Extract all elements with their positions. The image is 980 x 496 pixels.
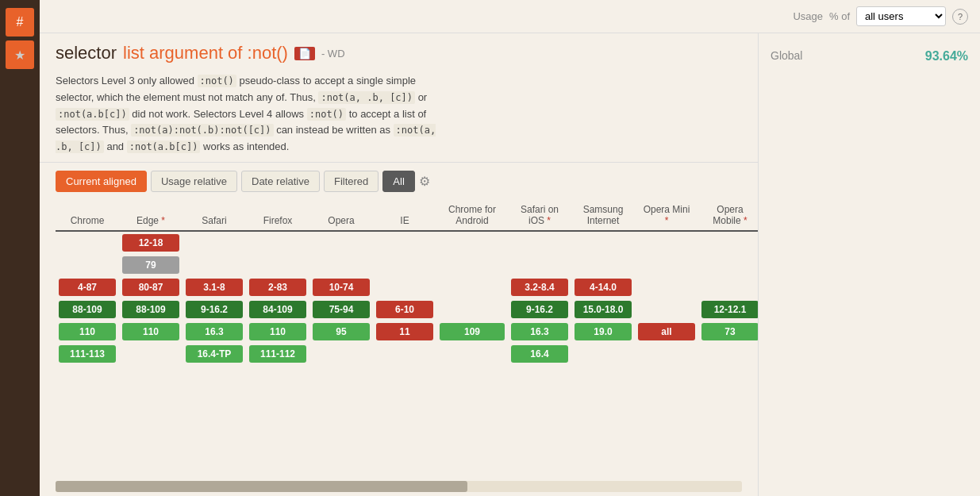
cell-safari [183, 254, 246, 276]
table-row: 79 [56, 254, 758, 276]
cell-firefox [246, 231, 309, 254]
cell-chrome [56, 254, 119, 276]
cell-safari_ios: 16.4 [508, 343, 571, 365]
th-opera-mini: Opera Mini * [635, 200, 698, 231]
cell-samsung: 19.0 [571, 321, 635, 343]
help-button[interactable]: ? [952, 9, 968, 25]
cell-safari: 3.1-8 [183, 276, 246, 298]
cell-opera: 75-94 [309, 298, 373, 321]
cell-ie [373, 254, 436, 276]
th-opera: Opera [309, 200, 373, 231]
table-row: 4-8780-873.1-82-8310-743.2-8.44-14.0 [56, 276, 758, 298]
cell-opera_mini [635, 254, 698, 276]
title-prefix: selector [56, 43, 117, 63]
percent-of-label: % of [829, 10, 850, 22]
main-content: Usage % of all users tracked users ? sel… [40, 0, 980, 496]
table-row: 11011016.3110951110916.319.0all7313.4109… [56, 321, 758, 343]
scrollbar-thumb[interactable] [56, 481, 467, 492]
cell-samsung [571, 343, 635, 365]
cell-firefox [246, 254, 309, 276]
sidebar-star-icon[interactable]: ★ [6, 40, 34, 69]
tab-all[interactable]: All [382, 171, 414, 192]
cell-chrome_android [436, 343, 508, 365]
compat-table-wrapper: Chrome Edge * Safari Firefox Opera IE Ch… [40, 200, 758, 477]
cell-opera [309, 254, 373, 276]
cell-safari_ios [508, 231, 571, 254]
cell-chrome: 4-87 [56, 276, 119, 298]
cell-samsung: 4-14.0 [571, 276, 635, 298]
cell-chrome: 110 [56, 321, 119, 343]
usage-section: Usage % of all users tracked users ? [793, 6, 968, 26]
cell-opera_mini [635, 276, 698, 298]
cell-opera [309, 343, 373, 365]
cell-samsung [571, 254, 635, 276]
th-chrome-android: Chrome for Android [436, 200, 508, 231]
cell-chrome: 88-109 [56, 298, 119, 321]
cell-edge: 88-109 [119, 298, 183, 321]
cell-edge [119, 343, 183, 365]
filter-tabs: Current aligned Usage relative Date rela… [40, 162, 758, 200]
cell-samsung [571, 231, 635, 254]
cell-safari: 16.3 [183, 321, 246, 343]
cell-opera_mini [635, 298, 698, 321]
th-firefox: Firefox [246, 200, 309, 231]
th-edge: Edge * [119, 200, 183, 231]
cell-safari_ios: 3.2-8.4 [508, 276, 571, 298]
global-usage-row: Global 93.64% [771, 45, 968, 67]
tab-current-aligned[interactable]: Current aligned [56, 171, 147, 192]
cell-firefox: 111-112 [246, 343, 309, 365]
table-row: 12-18 [56, 231, 758, 254]
horizontal-scrollbar[interactable] [56, 481, 742, 492]
sidebar: # ★ [0, 0, 40, 496]
global-value: 93.64% [925, 49, 968, 63]
compat-table: Chrome Edge * Safari Firefox Opera IE Ch… [56, 200, 758, 365]
cell-opera_mobile [698, 254, 758, 276]
cell-samsung: 15.0-18.0 [571, 298, 635, 321]
sidebar-hash-icon[interactable]: # [6, 8, 34, 37]
cell-opera_mobile: 12-12.1 [698, 298, 758, 321]
table-row: 111-11316.4-TP111-11216.4 [56, 343, 758, 365]
feature-title: selector list argument of :not() 📄 - WD [56, 43, 742, 63]
tab-usage-relative[interactable]: Usage relative [151, 171, 237, 192]
stats-panel: Global 93.64% [758, 33, 980, 496]
cell-firefox: 2-83 [246, 276, 309, 298]
cell-opera: 10-74 [309, 276, 373, 298]
settings-button[interactable]: ⚙ [419, 174, 430, 189]
cell-chrome: 111-113 [56, 343, 119, 365]
cell-safari [183, 231, 246, 254]
cell-edge: 80-87 [119, 276, 183, 298]
cell-chrome_android [436, 298, 508, 321]
cell-opera_mobile: 73 [698, 321, 758, 343]
cell-chrome_android: 109 [436, 321, 508, 343]
cell-safari_ios: 16.3 [508, 321, 571, 343]
cell-opera_mini [635, 343, 698, 365]
th-ie: IE [373, 200, 436, 231]
cell-ie [373, 343, 436, 365]
feature-description: Selectors Level 3 only allowed :not() ps… [56, 73, 452, 156]
cell-ie: 6-10 [373, 298, 436, 321]
cell-opera_mini: all [635, 321, 698, 343]
table-header-row: Chrome Edge * Safari Firefox Opera IE Ch… [56, 200, 758, 231]
tab-date-relative[interactable]: Date relative [241, 171, 320, 192]
global-label: Global [771, 49, 802, 63]
cell-edge: 12-18 [119, 231, 183, 254]
cell-edge: 110 [119, 321, 183, 343]
cell-opera_mobile [698, 276, 758, 298]
feature-header: selector list argument of :not() 📄 - WD … [40, 33, 758, 162]
users-select[interactable]: all users tracked users [856, 6, 946, 26]
tab-filtered[interactable]: Filtered [324, 171, 379, 192]
cell-ie [373, 276, 436, 298]
th-safari-ios: Safari on iOS * [508, 200, 571, 231]
title-keyword: list argument of :not() [123, 43, 288, 63]
cell-firefox: 84-109 [246, 298, 309, 321]
th-chrome: Chrome [56, 200, 119, 231]
cell-firefox: 110 [246, 321, 309, 343]
content-area: selector list argument of :not() 📄 - WD … [40, 33, 980, 496]
cell-chrome_android [436, 276, 508, 298]
cell-ie [373, 231, 436, 254]
th-safari: Safari [183, 200, 246, 231]
cell-safari_ios [508, 254, 571, 276]
cell-chrome [56, 231, 119, 254]
cell-opera_mini [635, 231, 698, 254]
cell-opera_mobile [698, 231, 758, 254]
